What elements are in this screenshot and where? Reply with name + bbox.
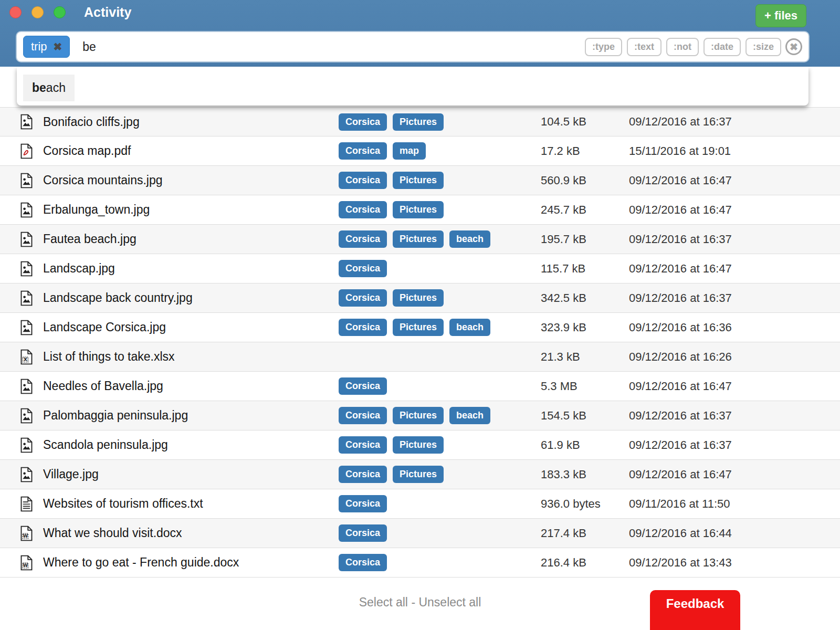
file-tags: CorsicaPictures xyxy=(339,201,541,218)
tag-badge-corsica[interactable]: Corsica xyxy=(339,113,387,131)
tag-badge-map[interactable]: map xyxy=(393,142,426,160)
file-row[interactable]: Landscap.jpg Corsica 115.7 kB 09/12/2016… xyxy=(0,254,840,284)
tag-badge-corsica[interactable]: Corsica xyxy=(339,172,387,189)
file-size: 245.7 kB xyxy=(541,203,629,217)
file-name: Landscap.jpg xyxy=(43,261,339,276)
search-input[interactable] xyxy=(81,39,585,55)
file-name: Corsica map.pdf xyxy=(43,144,339,158)
tag-badge-corsica[interactable]: Corsica xyxy=(339,142,387,160)
app-title: Activity xyxy=(84,5,131,20)
file-row[interactable]: Bonifacio cliffs.jpg CorsicaPictures 104… xyxy=(0,107,840,136)
tag-badge-pictures[interactable]: Pictures xyxy=(393,289,444,307)
tag-badge-corsica[interactable]: Corsica xyxy=(339,436,387,454)
file-row[interactable]: Village.jpg CorsicaPictures 183.3 kB 09/… xyxy=(0,460,840,489)
tag-badge-pictures[interactable]: Pictures xyxy=(393,230,444,248)
suggestion-rest: ach xyxy=(46,81,66,94)
tag-badge-pictures[interactable]: Pictures xyxy=(393,466,444,483)
image-file-icon xyxy=(20,173,34,188)
file-row[interactable]: Needles of Bavella.jpg Corsica 5.3 MB 09… xyxy=(0,372,840,401)
filter-button-date[interactable]: :date xyxy=(704,38,741,56)
file-row[interactable]: Landscape back country.jpg CorsicaPictur… xyxy=(0,284,840,313)
file-tags: CorsicaPictures xyxy=(339,289,541,307)
file-size: 183.3 kB xyxy=(541,468,629,481)
remove-tag-icon[interactable]: ✖ xyxy=(54,41,62,52)
file-size: 195.7 kB xyxy=(541,233,629,246)
tag-badge-corsica[interactable]: Corsica xyxy=(339,260,387,277)
file-date: 09/12/2016 at 16:47 xyxy=(629,262,732,276)
search-bar[interactable]: trip ✖ :type:text:not:date:size ✖ xyxy=(17,32,808,61)
tag-badge-corsica[interactable]: Corsica xyxy=(339,407,387,424)
close-window-icon[interactable] xyxy=(9,6,22,18)
file-name: Corsica mountains.jpg xyxy=(43,173,339,187)
tag-badge-corsica[interactable]: Corsica xyxy=(339,201,387,218)
traffic-lights xyxy=(9,6,66,18)
tag-badge-corsica[interactable]: Corsica xyxy=(339,319,387,336)
file-name: Landscape Corsica.jpg xyxy=(43,320,339,334)
file-name: Where to go eat - French guide.docx xyxy=(43,555,339,570)
tag-badge-corsica[interactable]: Corsica xyxy=(339,495,387,512)
tag-badge-pictures[interactable]: Pictures xyxy=(393,201,444,218)
minimize-window-icon[interactable] xyxy=(32,6,44,18)
unselect-all-link[interactable]: Unselect all xyxy=(418,595,481,609)
file-size: 216.4 kB xyxy=(541,556,629,570)
text-file-icon xyxy=(20,496,34,512)
file-tags: CorsicaPictures xyxy=(339,172,541,189)
file-row[interactable]: Websites of tourism offices.txt Corsica … xyxy=(0,489,840,519)
file-date: 09/12/2016 at 16:37 xyxy=(629,115,732,129)
file-tags: CorsicaPictures xyxy=(339,113,541,131)
file-row[interactable]: Corsica mountains.jpg CorsicaPictures 56… xyxy=(0,166,840,195)
autocomplete-suggestion-beach[interactable]: beach xyxy=(23,75,75,101)
file-name: Fautea beach.jpg xyxy=(43,232,339,246)
tag-badge-pictures[interactable]: Pictures xyxy=(393,407,444,424)
file-size: 5.3 MB xyxy=(541,380,629,393)
tag-badge-corsica[interactable]: Corsica xyxy=(339,289,387,307)
footer-separator: - xyxy=(411,595,415,609)
filter-button-type[interactable]: :type xyxy=(585,38,622,56)
file-row[interactable]: Landscape Corsica.jpg CorsicaPicturesbea… xyxy=(0,313,840,342)
filter-button-text[interactable]: :text xyxy=(627,38,662,56)
file-size: 217.4 kB xyxy=(541,527,629,540)
file-date: 09/12/2016 at 16:37 xyxy=(629,409,732,423)
file-row[interactable]: W Where to go eat - French guide.docx Co… xyxy=(0,548,840,578)
add-files-button[interactable]: + files xyxy=(755,4,806,27)
tag-badge-beach[interactable]: beach xyxy=(449,230,490,248)
tag-badge-pictures[interactable]: Pictures xyxy=(393,113,444,131)
tag-badge-corsica[interactable]: Corsica xyxy=(339,524,387,542)
file-row[interactable]: W What we should visit.docx Corsica 217.… xyxy=(0,519,840,548)
file-date: 09/12/2016 at 16:47 xyxy=(629,380,732,393)
file-name: What we should visit.docx xyxy=(43,526,339,540)
file-row[interactable]: Scandola peninsula.jpg CorsicaPictures 6… xyxy=(0,430,840,460)
feedback-button[interactable]: Feedback xyxy=(650,590,740,630)
file-size: 61.9 kB xyxy=(541,438,629,452)
file-row[interactable]: X List of things to take.xlsx 21.3 kB 09… xyxy=(0,342,840,372)
clear-search-icon[interactable]: ✖ xyxy=(785,38,802,55)
file-row[interactable]: Fautea beach.jpg CorsicaPicturesbeach 19… xyxy=(0,225,840,254)
tag-badge-beach[interactable]: beach xyxy=(449,319,490,336)
file-tags: Corsica xyxy=(339,377,541,395)
file-row[interactable]: Erbalunga_town.jpg CorsicaPictures 245.7… xyxy=(0,195,840,225)
tag-badge-corsica[interactable]: Corsica xyxy=(339,554,387,571)
file-list: Bonifacio cliffs.jpg CorsicaPictures 104… xyxy=(0,107,840,578)
tag-badge-corsica[interactable]: Corsica xyxy=(339,377,387,395)
tag-badge-corsica[interactable]: Corsica xyxy=(339,230,387,248)
file-row[interactable]: Corsica map.pdf Corsicamap 17.2 kB 15/11… xyxy=(0,136,840,166)
excel-file-icon: X xyxy=(20,349,34,365)
word-file-icon: W xyxy=(20,526,34,541)
file-row[interactable]: Palombaggia peninsula.jpg CorsicaPicture… xyxy=(0,401,840,430)
image-file-icon xyxy=(20,114,34,130)
file-name: Palombaggia peninsula.jpg xyxy=(43,408,339,423)
file-size: 104.5 kB xyxy=(541,115,629,129)
search-tag-trip[interactable]: trip ✖ xyxy=(23,36,70,58)
tag-badge-pictures[interactable]: Pictures xyxy=(393,172,444,189)
word-file-icon: W xyxy=(20,555,34,571)
app-window: Activity + files trip ✖ :type:text:not:d… xyxy=(0,0,840,630)
filter-button-size[interactable]: :size xyxy=(746,38,781,56)
filter-button-not[interactable]: :not xyxy=(666,38,699,56)
file-tags: CorsicaPicturesbeach xyxy=(339,319,541,336)
select-all-link[interactable]: Select all xyxy=(359,595,408,609)
tag-badge-pictures[interactable]: Pictures xyxy=(393,319,444,336)
tag-badge-beach[interactable]: beach xyxy=(449,407,490,424)
zoom-window-icon[interactable] xyxy=(54,6,66,18)
tag-badge-pictures[interactable]: Pictures xyxy=(393,436,444,454)
tag-badge-corsica[interactable]: Corsica xyxy=(339,466,387,483)
